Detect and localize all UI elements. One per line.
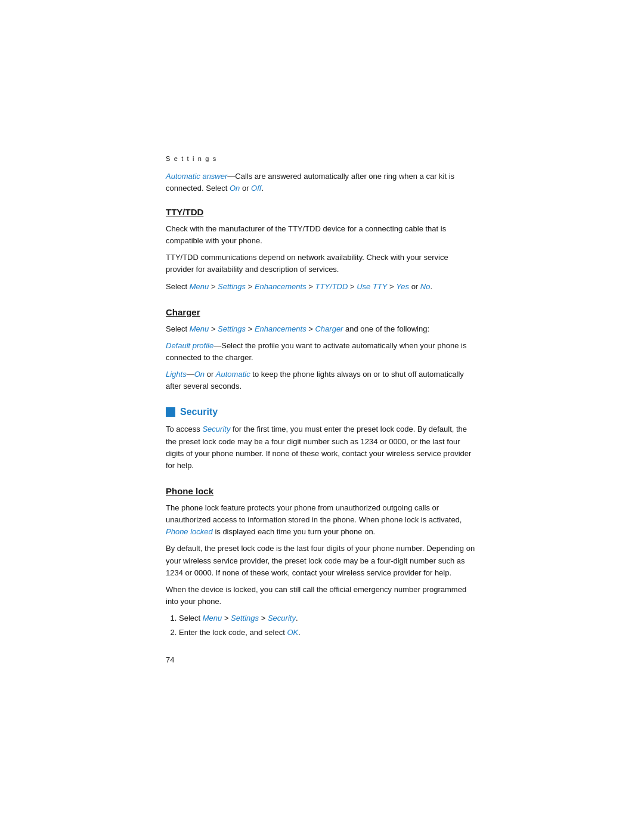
page-number: 74 [166, 655, 478, 664]
security-heading: Security [180, 407, 218, 417]
tty-no-link[interactable]: No [420, 282, 431, 291]
security-section: Security To access Security for the firs… [166, 407, 478, 472]
tty-settings-link[interactable]: Settings [218, 282, 246, 291]
tty-useTTY-link[interactable]: Use TTY [357, 282, 387, 291]
tty-enhancements-link[interactable]: Enhancements [255, 282, 306, 291]
step1-security-link[interactable]: Security [268, 614, 296, 623]
security-paragraph: To access Security for the first time, y… [166, 423, 478, 472]
charger-default-profile-link[interactable]: Default profile [166, 341, 213, 350]
phone-lock-step1: Select Menu > Settings > Security. [179, 612, 478, 624]
phone-lock-step2: Enter the lock code, and select OK. [179, 627, 478, 639]
tty-nav: Select Menu > Settings > Enhancements > … [166, 281, 478, 293]
automatic-answer-link[interactable]: Automatic answer [166, 172, 227, 181]
tty-paragraph1: Check with the manufacturer of the TTY/T… [166, 223, 478, 247]
tty-tdd-link[interactable]: TTY/TDD [315, 282, 348, 291]
phone-lock-steps: Select Menu > Settings > Security. Enter… [179, 612, 478, 639]
phone-lock-section: Phone lock The phone lock feature protec… [166, 486, 478, 639]
tty-heading: TTY/TDD [166, 207, 478, 217]
charger-charger-link[interactable]: Charger [315, 324, 343, 333]
charger-lights-auto-link[interactable]: Automatic [216, 370, 250, 379]
charger-menu-link[interactable]: Menu [190, 324, 209, 333]
intro-paragraph: Automatic answer—Calls are answered auto… [166, 171, 478, 194]
phone-locked-link[interactable]: Phone locked [166, 527, 213, 536]
security-heading-row: Security [166, 407, 478, 417]
tty-menu-link[interactable]: Menu [190, 282, 209, 291]
off-link[interactable]: Off [251, 184, 261, 193]
charger-default-profile: Default profile—Select the profile you w… [166, 340, 478, 364]
phone-lock-heading: Phone lock [166, 486, 478, 496]
tty-yes-link[interactable]: Yes [396, 282, 409, 291]
tty-section: TTY/TDD Check with the manufacturer of t… [166, 207, 478, 293]
settings-label: S e t t i n g s [166, 155, 478, 162]
charger-nav: Select Menu > Settings > Enhancements > … [166, 323, 478, 335]
step1-menu-link[interactable]: Menu [203, 614, 222, 623]
step2-ok-link[interactable]: OK [287, 628, 298, 637]
charger-enhancements-link[interactable]: Enhancements [255, 324, 306, 333]
charger-lights-link[interactable]: Lights [166, 370, 187, 379]
charger-lights-on-link[interactable]: On [194, 370, 205, 379]
phone-lock-paragraph3: When the device is locked, you can still… [166, 584, 478, 608]
security-block-icon [166, 407, 175, 417]
charger-lights: Lights—On or Automatic to keep the phone… [166, 368, 478, 392]
tty-paragraph2: TTY/TDD communications depend on network… [166, 252, 478, 275]
phone-lock-paragraph2: By default, the preset lock code is the … [166, 543, 478, 578]
step1-settings-link[interactable]: Settings [231, 614, 259, 623]
security-link[interactable]: Security [202, 425, 230, 433]
charger-heading: Charger [166, 307, 478, 317]
charger-section: Charger Select Menu > Settings > Enhance… [166, 307, 478, 393]
on-link[interactable]: On [230, 184, 240, 193]
charger-settings-link[interactable]: Settings [218, 324, 246, 333]
page-container: S e t t i n g s Automatic answer—Calls a… [0, 0, 644, 833]
phone-lock-paragraph1: The phone lock feature protects your pho… [166, 502, 478, 538]
